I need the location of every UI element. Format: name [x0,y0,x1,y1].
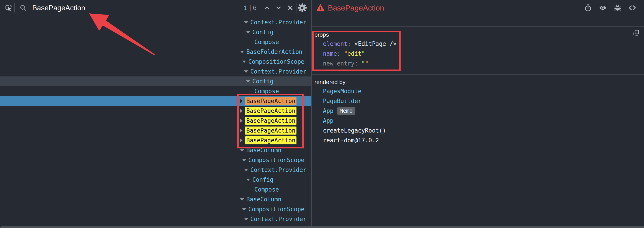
component-name: CompositionScope [248,206,304,213]
tree-row[interactable]: Context.Provider [0,214,311,224]
log-component-data-button[interactable] [612,2,624,14]
prop-value: "edit" [344,50,365,57]
component-name: Compose [254,186,279,193]
copy-props-button[interactable] [633,29,640,36]
chevron-up-icon [263,4,271,12]
component-name: BaseColumn [246,196,282,203]
component-name: BasePageAction [245,126,296,134]
tree-row[interactable]: CompositionScope [0,204,311,214]
arrow-slot [242,208,248,211]
prop-key: element [323,40,348,47]
inspector-header-actions [582,2,644,14]
component-name: Compose [254,88,279,95]
owner-name[interactable]: PageBuilder [323,98,362,104]
search-input[interactable] [32,3,240,12]
suspense-toggle-button[interactable] [582,2,594,14]
components-panel: 1 | 6 [0,0,312,228]
prop-key: name [323,50,337,57]
clear-search-button[interactable] [284,2,296,14]
expanded-arrow-icon[interactable] [246,179,250,181]
collapsed-arrow-icon[interactable] [240,99,242,103]
inspected-component-title: BasePageAction [328,3,384,12]
tree-row[interactable]: Context.Provider [0,17,311,27]
arrow-slot [240,51,246,53]
component-name: Compose [254,39,279,45]
prop-colon: : [354,60,362,67]
rendered-by-row: react-dom@17.0.2 [312,135,644,145]
arrow-slot [246,31,252,33]
settings-button[interactable] [296,2,308,14]
rendered-by-row[interactable]: App [312,116,644,126]
tree-row[interactable]: Compose [0,86,311,96]
inspect-element-button[interactable] [3,2,14,14]
collapsed-arrow-icon[interactable] [240,138,242,142]
expanded-arrow-icon[interactable] [244,21,248,24]
chevron-down-icon [274,4,282,12]
prop-row[interactable]: new entry: "" [312,59,644,68]
components-toolbar: 1 | 6 [0,0,311,16]
rendered-by-row[interactable]: AppMemo [312,106,644,116]
expanded-arrow-icon[interactable] [240,198,244,201]
collapsed-arrow-icon[interactable] [240,109,242,113]
react-devtools-window: 1 | 6 [0,0,644,228]
collapsed-arrow-icon[interactable] [240,119,242,123]
component-name: BasePageAction [245,97,296,105]
expanded-arrow-icon[interactable] [246,31,250,33]
copy-props-icon [633,29,640,36]
tree-row[interactable]: Config [0,175,311,185]
expanded-arrow-icon[interactable] [244,169,248,171]
tree-row[interactable]: Config [0,27,311,37]
tree-row[interactable]: BasePageAction [0,106,311,116]
rendered-by-list: PagesModulePageBuilderAppMemoAppcreateLe… [312,86,644,145]
owner-name: createLegacyRoot() [323,127,386,134]
inspector-panel: BasePageAction [312,0,644,228]
expanded-arrow-icon[interactable] [240,51,244,53]
expanded-arrow-icon[interactable] [244,70,248,73]
component-name: Context.Provider [250,19,306,26]
bug-icon [614,4,622,12]
stopwatch-icon [584,4,592,12]
expanded-arrow-icon[interactable] [240,149,244,152]
tree-row[interactable]: BaseColumn [0,145,311,155]
rendered-by-row[interactable]: PageBuilder [312,96,644,106]
tree-row[interactable]: BaseColumn [0,195,311,204]
expanded-arrow-icon[interactable] [246,80,250,83]
tree-row[interactable]: Context.Provider [0,67,311,76]
collapsed-arrow-icon[interactable] [240,128,242,132]
horizontal-scrollbar-thumb[interactable] [0,226,644,228]
tree-row[interactable]: Context.Provider [0,165,311,175]
component-name: BaseFolderAction [246,48,302,55]
arrow-slot [246,80,252,83]
inspect-dom-element-button[interactable] [597,2,608,14]
owner-name[interactable]: PagesModule [323,88,362,95]
tree-row[interactable]: Compose [0,37,311,47]
tree-row[interactable]: BaseFolderAction [0,47,311,57]
owner-name[interactable]: App [323,117,334,124]
expanded-arrow-icon[interactable] [242,208,246,211]
prop-row[interactable]: name: "edit" [312,49,644,59]
owner-name[interactable]: App [323,108,334,114]
tree-row[interactable]: BasePageAction [0,96,311,106]
tree-row[interactable]: BasePageAction [0,126,311,135]
expanded-arrow-icon[interactable] [244,218,248,221]
component-name: Context.Provider [250,167,306,173]
next-result-button[interactable] [273,2,284,14]
arrow-slot [246,179,252,181]
expanded-arrow-icon[interactable] [242,61,246,63]
search-icon [19,4,27,12]
tree-row[interactable]: Config [0,76,311,86]
tree-row[interactable]: Compose [0,185,311,195]
prop-colon: : [348,40,354,47]
tree-row[interactable]: BasePageAction [0,116,311,126]
toolbar-divider [14,3,15,12]
prop-row[interactable]: element: <EditPage /> [312,39,644,49]
rendered-by-row[interactable]: PagesModule [312,86,644,96]
tree-row[interactable]: BasePageAction [0,135,311,145]
tree-row[interactable]: CompositionScope [0,155,311,165]
arrow-slot [242,61,248,63]
code-brackets-icon [628,3,636,12]
expanded-arrow-icon[interactable] [242,159,246,161]
previous-result-button[interactable] [261,2,273,14]
view-source-button[interactable] [626,2,638,14]
tree-row[interactable]: CompositionScope [0,57,311,67]
